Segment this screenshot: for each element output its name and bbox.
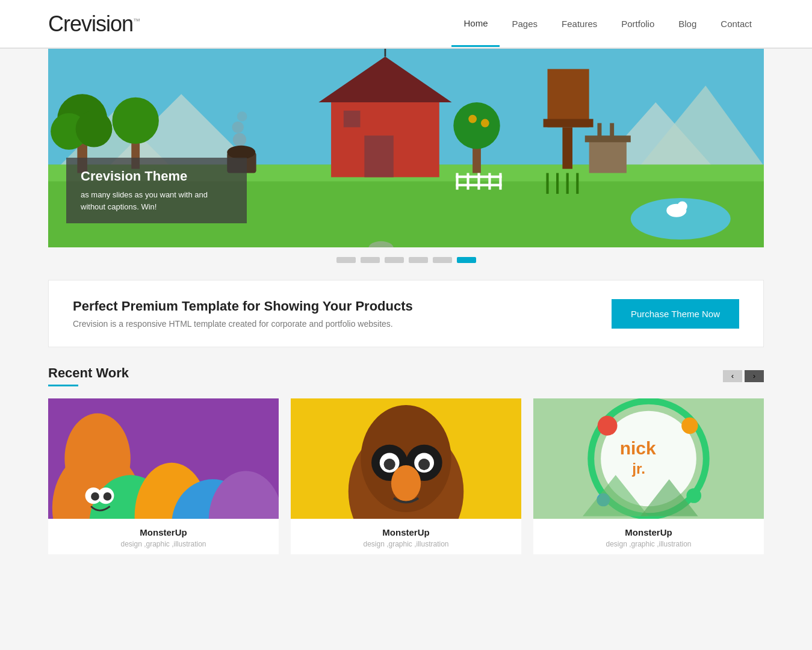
- svg-rect-43: [456, 184, 501, 186]
- slider-dot-2[interactable]: [361, 257, 380, 263]
- nav-features[interactable]: Features: [550, 2, 609, 46]
- svg-point-48: [233, 133, 246, 146]
- svg-point-62: [91, 492, 99, 501]
- hero-title: Crevision Theme: [81, 169, 232, 184]
- nav-home[interactable]: Home: [451, 1, 500, 47]
- svg-point-72: [418, 459, 430, 470]
- hero-caption: Crevision Theme as many slides as you wa…: [66, 158, 247, 223]
- slider-dot-5[interactable]: [433, 257, 452, 263]
- work-art-2: [291, 398, 521, 519]
- work-title-2: MonsterUp: [297, 527, 515, 537]
- slider-dot-3[interactable]: [385, 257, 404, 263]
- promo-description: Crevision is a responsive HTML template …: [73, 319, 413, 329]
- work-thumb-1: [48, 398, 279, 519]
- svg-point-82: [686, 488, 701, 503]
- svg-text:nick: nick: [620, 438, 656, 458]
- recent-title-underline: [48, 385, 78, 386]
- promo-heading: Perfect Premium Template for Showing You…: [73, 299, 413, 314]
- header: Crevision™ Home Pages Features Portfolio…: [0, 0, 812, 48]
- nav-arrows: ‹ ›: [723, 370, 764, 382]
- svg-rect-21: [562, 127, 572, 169]
- work-tags-3: design ,graphic ,illustration: [539, 540, 758, 548]
- work-thumb-3: nick jr.: [533, 398, 764, 519]
- nav-blog[interactable]: Blog: [666, 2, 708, 46]
- work-art-3: nick jr.: [533, 398, 764, 519]
- svg-point-32: [481, 119, 489, 128]
- work-grid: MonsterUp design ,graphic ,illustration: [48, 398, 764, 554]
- slider-dot-4[interactable]: [409, 257, 428, 263]
- hero-subtitle: as many slides as you want with and with…: [81, 189, 232, 212]
- recent-section: Recent Work ‹ ›: [48, 365, 764, 554]
- work-info-2: MonsterUp design ,graphic ,illustration: [291, 519, 521, 554]
- promo-text: Perfect Premium Template for Showing You…: [73, 299, 413, 329]
- svg-point-30: [453, 102, 500, 149]
- main-nav: Home Pages Features Portfolio Blog Conta…: [451, 1, 764, 47]
- svg-point-49: [232, 122, 244, 133]
- svg-point-71: [384, 459, 395, 470]
- nav-portfolio[interactable]: Portfolio: [609, 2, 666, 46]
- work-tags-2: design ,graphic ,illustration: [297, 540, 515, 548]
- next-arrow-button[interactable]: ›: [745, 370, 764, 382]
- svg-rect-15: [364, 135, 393, 177]
- work-title-1: MonsterUp: [54, 527, 273, 537]
- work-card-3: nick jr. MonsterUp design ,graphic ,illu…: [533, 398, 764, 554]
- work-info-3: MonsterUp design ,graphic ,illustration: [533, 519, 764, 554]
- purchase-button[interactable]: Purchase Theme Now: [612, 299, 739, 329]
- svg-rect-20: [544, 119, 594, 128]
- svg-rect-33: [589, 140, 627, 173]
- svg-point-79: [598, 416, 618, 436]
- prev-arrow-button[interactable]: ‹: [723, 370, 742, 382]
- hero-image: Crevision Theme as many slides as you wa…: [48, 49, 764, 247]
- nav-contact[interactable]: Contact: [708, 2, 764, 46]
- svg-point-52: [227, 146, 255, 159]
- hero-section: Crevision Theme as many slides as you wa…: [48, 49, 764, 268]
- svg-rect-34: [585, 135, 631, 142]
- svg-rect-16: [344, 111, 361, 128]
- work-card-2: MonsterUp design ,graphic ,illustration: [291, 398, 521, 554]
- svg-point-73: [391, 465, 421, 501]
- recent-header: Recent Work ‹ ›: [48, 365, 764, 386]
- svg-rect-19: [548, 69, 589, 128]
- svg-point-12: [112, 98, 158, 144]
- svg-text:jr.: jr.: [631, 460, 645, 477]
- work-art-1: [48, 398, 279, 519]
- logo-tm: ™: [133, 17, 140, 25]
- recent-title: Recent Work: [48, 365, 129, 381]
- slider-dot-1[interactable]: [336, 257, 356, 263]
- svg-rect-42: [456, 176, 501, 178]
- svg-point-24: [677, 201, 687, 211]
- svg-point-50: [237, 111, 247, 122]
- logo: Crevision™: [48, 11, 140, 37]
- svg-point-10: [76, 111, 113, 147]
- work-info-1: MonsterUp design ,graphic ,illustration: [48, 519, 279, 554]
- work-card-1: MonsterUp design ,graphic ,illustration: [48, 398, 279, 554]
- svg-point-31: [468, 115, 477, 123]
- slider-dots: [48, 247, 764, 268]
- work-tags-1: design ,graphic ,illustration: [54, 540, 273, 548]
- work-title-3: MonsterUp: [539, 527, 758, 537]
- slider-dot-6[interactable]: [457, 257, 476, 263]
- logo-text: Crevision: [48, 11, 133, 36]
- work-thumb-2: [291, 398, 521, 519]
- svg-rect-35: [597, 123, 601, 140]
- recent-title-block: Recent Work: [48, 365, 129, 386]
- promo-section: Perfect Premium Template for Showing You…: [48, 280, 764, 347]
- svg-point-80: [681, 418, 698, 434]
- nav-pages[interactable]: Pages: [500, 2, 550, 46]
- svg-point-63: [104, 492, 112, 501]
- svg-rect-36: [610, 123, 614, 140]
